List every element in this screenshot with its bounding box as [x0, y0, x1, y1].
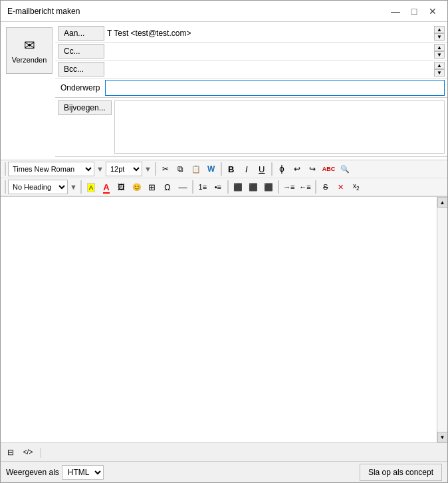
ul-icon: •≡ — [215, 183, 221, 191]
tb-sep3 — [221, 162, 222, 176]
tb-sep7 — [192, 180, 193, 194]
bcc-scroll: ▲ ▼ — [434, 62, 445, 77]
view-label: Weergeven als — [6, 468, 59, 477]
table-icon: ⊞ — [148, 182, 156, 192]
cc-scroll: ▲ ▼ — [434, 44, 445, 59]
editor-textarea[interactable] — [1, 197, 437, 442]
link-icon: W — [207, 164, 215, 174]
view-source-button[interactable]: </> — [21, 445, 35, 460]
table-button[interactable]: ⊞ — [145, 180, 160, 194]
cc-row: Cc... ▲ ▼ — [55, 43, 447, 61]
smiley-icon: 😊 — [132, 183, 142, 192]
copy-button[interactable]: ⧉ — [173, 162, 188, 176]
smiley-button[interactable]: 😊 — [130, 180, 144, 194]
reset-format-button[interactable]: ɸ — [275, 162, 289, 176]
bcc-button[interactable]: Bcc... — [58, 62, 104, 77]
to-scroll-down[interactable]: ▼ — [434, 33, 445, 41]
editor-scroll-down[interactable]: ▼ — [437, 432, 448, 442]
subscript-button[interactable]: x2 — [349, 180, 364, 194]
subject-label: Onderwerp — [58, 83, 105, 92]
indent-button[interactable]: →≡ — [281, 180, 296, 194]
bcc-scroll-up[interactable]: ▲ — [434, 62, 445, 69]
outdent-icon: ←≡ — [299, 183, 310, 191]
insert-link-button[interactable]: W — [204, 162, 219, 176]
to-input[interactable] — [104, 26, 433, 41]
cc-button[interactable]: Cc... — [58, 44, 104, 59]
view-source-icon: </> — [23, 448, 33, 456]
highlight-button[interactable]: A — [84, 180, 98, 194]
subject-row: Onderwerp — [55, 79, 447, 98]
bottom-separator: | — [39, 446, 42, 458]
image-button[interactable]: 🖼 — [114, 180, 129, 194]
dash-button[interactable]: — — [175, 180, 190, 194]
bold-button[interactable]: B — [224, 162, 239, 176]
send-button[interactable]: ✉ Verzenden — [6, 27, 53, 74]
special-char-icon: Ω — [164, 182, 171, 192]
unordered-list-button[interactable]: •≡ — [211, 180, 225, 194]
fields-area: Aan... ▲ ▼ Cc... ▲ ▼ — [55, 25, 447, 157]
to-scroll: ▲ ▼ — [434, 26, 445, 41]
align-center-button[interactable]: ⬛ — [246, 180, 261, 194]
italic-button[interactable]: I — [239, 162, 254, 176]
tb-sep9 — [278, 180, 279, 194]
compose-window: E-mailbericht maken — □ ✕ ✉ Verzenden Aa… — [0, 0, 448, 483]
align-left-button[interactable]: ⬛ — [231, 180, 245, 194]
cc-input[interactable] — [104, 44, 433, 59]
align-center-icon: ⬛ — [249, 183, 258, 192]
minimize-button[interactable]: — — [388, 3, 403, 19]
align-right-button[interactable]: ⬛ — [261, 180, 276, 194]
find-button[interactable]: 🔍 — [338, 162, 352, 176]
to-scroll-up[interactable]: ▲ — [434, 26, 445, 33]
attach-button[interactable]: Bijvoegen... — [58, 100, 112, 115]
view-normal-button[interactable]: ⊟ — [3, 445, 18, 460]
outdent-button[interactable]: ←≡ — [297, 180, 312, 194]
scissors-icon — [162, 164, 169, 174]
ordered-list-button[interactable]: 1≡ — [195, 180, 210, 194]
strikethrough-button[interactable]: S — [318, 180, 333, 194]
bcc-scroll-down[interactable]: ▼ — [434, 69, 445, 77]
bottom-toolbar: ⊟ </> | — [1, 442, 447, 461]
redo-button[interactable]: ↪ — [305, 162, 320, 176]
subject-input[interactable] — [105, 80, 445, 96]
title-bar-left: E-mailbericht maken — [7, 7, 80, 16]
close-button[interactable]: ✕ — [425, 3, 441, 19]
size-select[interactable]: 12pt 8pt10pt14pt18pt — [106, 162, 142, 176]
view-select-wrap: Weergeven als HTML Tekst — [6, 465, 104, 480]
undo-button[interactable]: ↩ — [290, 162, 304, 176]
heading-arrow-icon: ▼ — [68, 183, 78, 191]
align-left-icon: ⬛ — [233, 183, 243, 192]
save-concept-button[interactable]: Sla op als concept — [360, 464, 442, 481]
maximize-button[interactable]: □ — [406, 3, 422, 19]
font-select[interactable]: Times New Roman Arial Verdana — [8, 162, 94, 176]
highlight-icon: A — [87, 183, 95, 191]
heading-select[interactable]: No Heading Heading 1 Heading 2 Heading 3 — [8, 180, 68, 194]
cc-scroll-down[interactable]: ▼ — [434, 51, 445, 59]
find-icon: 🔍 — [340, 165, 350, 174]
editor-area: ▲ ▼ — [1, 197, 447, 442]
cut-button[interactable] — [158, 162, 173, 176]
special-char-button[interactable]: Ω — [160, 180, 175, 194]
font-color-button[interactable]: A — [99, 180, 114, 194]
to-button[interactable]: Aan... — [58, 26, 104, 41]
toolbar-area: Times New Roman Arial Verdana ▼ 12pt 8pt… — [1, 160, 447, 197]
bcc-input[interactable] — [104, 62, 433, 77]
attach-row: Bijvoegen... — [55, 98, 447, 157]
redo-icon: ↪ — [309, 164, 316, 174]
toolbar-row2: No Heading Heading 1 Heading 2 Heading 3… — [1, 178, 447, 196]
editor-scroll-up[interactable]: ▲ — [437, 197, 448, 208]
paste-icon: 📋 — [191, 165, 201, 174]
indent-icon: →≡ — [283, 183, 294, 191]
ol-icon: 1≡ — [199, 183, 207, 191]
tb-sep1 — [5, 162, 6, 176]
view-select[interactable]: HTML Tekst — [62, 465, 104, 480]
tb-sep5 — [5, 180, 6, 194]
copy-icon: ⧉ — [177, 164, 183, 174]
cc-scroll-up[interactable]: ▲ — [434, 44, 445, 51]
underline-button[interactable]: U — [255, 162, 269, 176]
spell-check-button[interactable]: ABC — [320, 162, 338, 176]
delete-text-button[interactable]: ✕ — [334, 180, 348, 194]
size-arrow-icon: ▼ — [143, 165, 153, 173]
tb-sep10 — [315, 180, 316, 194]
paste-button[interactable]: 📋 — [189, 162, 203, 176]
tb-sep8 — [227, 180, 229, 194]
